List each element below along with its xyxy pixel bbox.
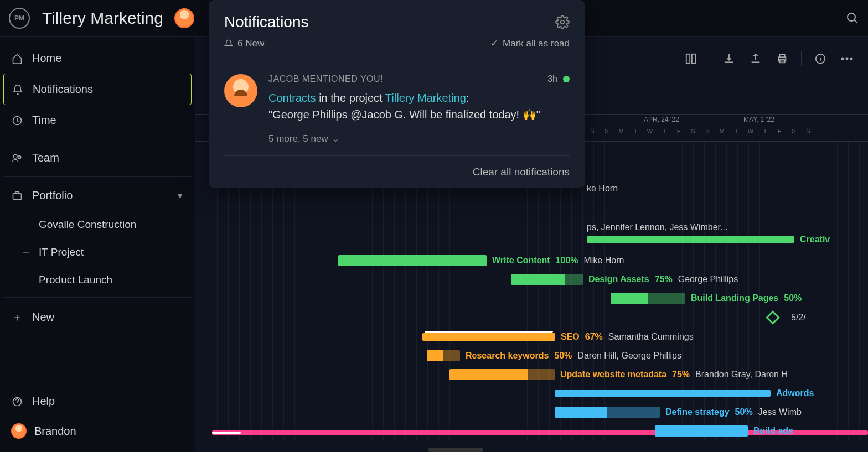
gantt-bar[interactable] xyxy=(427,350,460,361)
check-icon: ✓ xyxy=(490,38,498,49)
sidebar-item-home[interactable]: Home xyxy=(3,43,192,74)
sidebar-item-help[interactable]: Help xyxy=(3,386,192,417)
gantt-row[interactable]: SEO67%Samantha Cummings xyxy=(422,329,694,345)
timeline-day: T xyxy=(760,128,771,134)
gantt-row[interactable]: Adwords xyxy=(555,385,814,402)
timeline-day: S xyxy=(803,128,814,134)
portfolio-child-govalle[interactable]: Govalle Construction xyxy=(11,211,192,238)
task-name: Write Content xyxy=(492,256,550,266)
gantt-row[interactable]: Build ads xyxy=(655,423,793,439)
notification-item[interactable]: JACOB MENTIONED YOU! 3h Contracts in the… xyxy=(224,63,570,144)
notifications-panel: Notifications 6 New ✓ Mark all as read J… xyxy=(209,0,585,188)
horizontal-scrollbar[interactable] xyxy=(428,448,483,452)
sidebar-item-new[interactable]: ＋ New xyxy=(3,301,192,334)
app-logo[interactable]: PM xyxy=(9,8,30,29)
task-name: SEO xyxy=(561,332,580,342)
task-name: Define strategy xyxy=(665,407,730,417)
mark-all-read-button[interactable]: ✓ Mark all as read xyxy=(490,38,570,49)
gantt-bar[interactable] xyxy=(511,274,583,285)
task-percent: 75% xyxy=(655,274,673,284)
upload-icon[interactable] xyxy=(748,51,763,66)
notification-subject: JACOB MENTIONED YOU! xyxy=(268,74,383,84)
timeline-day: S xyxy=(702,128,713,134)
notification-time: 3h xyxy=(547,74,557,84)
task-name: Build ads xyxy=(753,426,793,436)
gantt-row[interactable]: 5/2/ xyxy=(768,309,806,326)
gantt-row[interactable]: Define strategy50%Jess Wimb xyxy=(555,404,802,420)
avatar-icon xyxy=(224,74,257,107)
svg-line-1 xyxy=(854,20,857,23)
timeline-day: W xyxy=(644,128,655,134)
print-icon[interactable] xyxy=(774,51,790,66)
task-percent: 100% xyxy=(556,256,578,266)
task-assignees: ke Horn xyxy=(587,184,618,194)
toolbar xyxy=(683,51,868,66)
sidebar-item-notifications[interactable]: Notifications xyxy=(3,74,192,105)
show-more-button[interactable]: 5 more, 5 new ⌄ xyxy=(268,133,570,144)
info-icon[interactable] xyxy=(813,51,828,66)
sidebar: Home Notifications Time Team Portfolio ▼… xyxy=(0,37,195,452)
avatar-icon[interactable] xyxy=(174,8,194,28)
svg-point-14 xyxy=(850,58,853,60)
task-assignees: Daren Hill, George Phillips xyxy=(577,351,681,361)
sidebar-item-time[interactable]: Time xyxy=(3,105,192,136)
milestone-label: 5/2/ xyxy=(791,313,806,323)
plus-icon: ＋ xyxy=(11,310,23,325)
timeline-day: T xyxy=(731,128,742,134)
bell-icon xyxy=(224,39,233,48)
unread-dot-icon xyxy=(563,76,570,82)
more-icon[interactable] xyxy=(839,51,855,66)
search-icon[interactable] xyxy=(846,12,859,25)
gear-icon[interactable] xyxy=(555,15,570,29)
download-icon[interactable] xyxy=(721,51,737,66)
gantt-bar[interactable] xyxy=(555,407,660,418)
gantt-bar[interactable] xyxy=(555,390,771,397)
gantt-bar[interactable] xyxy=(338,255,487,266)
gantt-bar[interactable] xyxy=(587,236,794,243)
grid-icon[interactable] xyxy=(683,51,699,66)
gantt-row[interactable]: Update website metadata75%Brandon Gray, … xyxy=(450,366,788,383)
gantt-row[interactable]: Build Landing Pages50% xyxy=(611,290,802,306)
svg-rect-8 xyxy=(692,54,695,64)
notification-message: Contracts in the project Tillery Marketi… xyxy=(268,90,570,123)
svg-point-3 xyxy=(13,154,17,158)
portfolio-child-it[interactable]: IT Project xyxy=(11,238,192,266)
sidebar-user[interactable]: Brandon xyxy=(3,417,192,445)
timeline-day: F xyxy=(673,128,684,134)
gantt-bar[interactable] xyxy=(422,333,555,341)
timeline-day: T xyxy=(630,128,641,134)
task-percent: 50% xyxy=(554,351,572,361)
task-name: Design Assets xyxy=(588,274,649,284)
gantt-row[interactable]: Design Assets75%George Phillips xyxy=(511,271,738,288)
sidebar-item-label: Time xyxy=(32,114,56,127)
timeline-day: M xyxy=(616,128,627,134)
gantt-row[interactable]: Creativ xyxy=(587,231,830,248)
app-title: Tillery Marketing xyxy=(42,9,163,28)
timeline-day: S xyxy=(688,128,699,134)
clear-all-button[interactable]: Clear all notifications xyxy=(224,155,570,178)
task-name: Build Landing Pages xyxy=(691,293,778,303)
sidebar-item-team[interactable]: Team xyxy=(3,143,192,173)
task-percent: 50% xyxy=(735,407,753,417)
gantt-row[interactable]: Write Content100%Mike Horn xyxy=(338,252,624,269)
notification-link[interactable]: Contracts xyxy=(268,92,316,104)
sidebar-item-label: Help xyxy=(32,395,55,408)
chevron-down-icon: ▼ xyxy=(176,191,184,200)
timeline-day: S xyxy=(601,128,612,134)
notification-link[interactable]: Tillery Marketing xyxy=(385,92,466,104)
sidebar-item-label: Notifications xyxy=(33,83,93,96)
gantt-row[interactable]: Research keywords50%Daren Hill, George P… xyxy=(427,347,681,364)
gantt-bar[interactable] xyxy=(655,425,748,437)
home-icon xyxy=(11,53,23,64)
portfolio-child-product[interactable]: Product Launch xyxy=(11,266,192,294)
gantt-bar[interactable] xyxy=(450,369,555,380)
gantt-row[interactable]: ke Horn xyxy=(587,180,618,197)
user-name: Brandon xyxy=(34,425,76,438)
new-count: 6 New xyxy=(224,38,264,49)
chevron-down-icon: ⌄ xyxy=(332,133,339,144)
task-assignees: Samantha Cummings xyxy=(608,332,694,342)
timeline-month: MAY, 1 '22 xyxy=(743,116,774,123)
gantt-bar[interactable] xyxy=(611,293,685,304)
sidebar-item-portfolio[interactable]: Portfolio ▼ xyxy=(3,180,192,211)
svg-point-0 xyxy=(848,13,855,21)
